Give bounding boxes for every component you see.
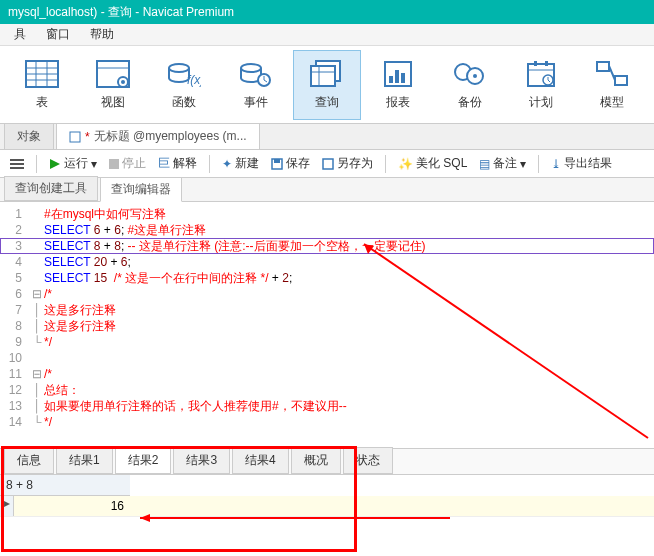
- svg-line-36: [609, 66, 615, 80]
- editor-subtabs: 查询创建工具 查询编辑器: [0, 178, 654, 202]
- result-grid[interactable]: 8 + 8 ▸ 16: [0, 475, 654, 517]
- ribbon-backup-label: 备份: [458, 94, 482, 111]
- rtab-result4[interactable]: 结果4: [232, 447, 289, 474]
- stop-button[interactable]: 停止: [105, 153, 150, 174]
- svg-rect-22: [395, 70, 399, 83]
- model-icon: [594, 58, 630, 90]
- view-icon: [95, 58, 131, 90]
- table-icon: [24, 58, 60, 90]
- rtab-result1[interactable]: 结果1: [56, 447, 113, 474]
- result-panel: 信息 结果1 结果2 结果3 结果4 概况 状态 8 + 8 ▸ 16: [0, 448, 654, 556]
- svg-rect-37: [70, 132, 80, 142]
- result-tabs: 信息 结果1 结果2 结果3 结果4 概况 状态: [0, 449, 654, 475]
- ribbon-event-label: 事件: [244, 94, 268, 111]
- query-icon: [309, 58, 345, 90]
- ribbon-query-label: 查询: [315, 94, 339, 111]
- ribbon-table[interactable]: 表: [8, 50, 75, 120]
- saveas-icon: [322, 158, 334, 170]
- ribbon-view[interactable]: 视图: [79, 50, 146, 120]
- svg-point-9: [121, 80, 125, 84]
- svg-rect-29: [534, 61, 537, 66]
- function-icon: f(x): [166, 58, 202, 90]
- svg-rect-30: [545, 61, 548, 66]
- svg-rect-23: [401, 73, 405, 83]
- rtab-status[interactable]: 状态: [343, 447, 393, 474]
- menu-tools[interactable]: 具: [4, 26, 36, 43]
- query-tab-icon: [69, 131, 81, 143]
- ribbon: 表 视图 f(x) 函数 事件 查询 报表 备份 计划 模型: [0, 46, 654, 124]
- ribbon-plan[interactable]: 计划: [507, 50, 574, 120]
- ribbon-report[interactable]: 报表: [365, 50, 432, 120]
- rtab-summary[interactable]: 概况: [291, 447, 341, 474]
- title-bar: mysql_localhost) - 查询 - Navicat Premium: [0, 0, 654, 24]
- svg-point-10: [169, 64, 189, 72]
- event-icon: [238, 58, 274, 90]
- menu-bar: 具 窗口 帮助: [0, 24, 654, 46]
- ribbon-event[interactable]: 事件: [222, 50, 289, 120]
- svg-rect-17: [311, 66, 335, 86]
- tab-query[interactable]: * 无标题 @myemployees (m...: [56, 123, 260, 149]
- explain-button[interactable]: 巨解释: [154, 153, 201, 174]
- ribbon-table-label: 表: [36, 94, 48, 111]
- code-editor[interactable]: 1#在mysql中如何写注释 2SELECT 6 + 6; #这是单行注释 3S…: [0, 202, 654, 430]
- svg-rect-21: [389, 76, 393, 83]
- grid-cell[interactable]: 16: [14, 496, 130, 516]
- play-icon: [49, 158, 61, 170]
- svg-rect-45: [323, 159, 333, 169]
- svg-marker-41: [50, 159, 60, 169]
- save-button[interactable]: 保存: [267, 153, 314, 174]
- ribbon-backup[interactable]: 备份: [436, 50, 503, 120]
- beautify-button[interactable]: ✨美化 SQL: [394, 153, 471, 174]
- export-button[interactable]: ⤓导出结果: [547, 153, 616, 174]
- menu-help[interactable]: 帮助: [80, 26, 124, 43]
- save-icon: [271, 158, 283, 170]
- ribbon-func-label: 函数: [172, 94, 196, 111]
- svg-point-26: [473, 74, 477, 78]
- ribbon-report-label: 报表: [386, 94, 410, 111]
- ribbon-func[interactable]: f(x) 函数: [151, 50, 218, 120]
- document-tabs: 对象 * 无标题 @myemployees (m...: [0, 124, 654, 150]
- grid-row[interactable]: ▸ 16: [0, 496, 654, 517]
- stop-icon: [109, 159, 119, 169]
- saveas-button[interactable]: 另存为: [318, 153, 377, 174]
- menu-window[interactable]: 窗口: [36, 26, 80, 43]
- subtab-editor[interactable]: 查询编辑器: [100, 177, 182, 202]
- tab-query-label: 无标题 @myemployees (m...: [94, 128, 247, 145]
- rtab-result2[interactable]: 结果2: [115, 447, 172, 474]
- ribbon-model-label: 模型: [600, 94, 624, 111]
- new-button[interactable]: ✦新建: [218, 153, 263, 174]
- svg-rect-35: [615, 76, 627, 85]
- plan-icon: [523, 58, 559, 90]
- menu-icon[interactable]: [6, 156, 28, 172]
- svg-point-12: [241, 64, 261, 72]
- rtab-info[interactable]: 信息: [4, 447, 54, 474]
- note-button[interactable]: ▤备注 ▾: [475, 153, 530, 174]
- backup-icon: [452, 58, 488, 90]
- report-icon: [380, 58, 416, 90]
- grid-header[interactable]: 8 + 8: [0, 475, 130, 496]
- ribbon-model[interactable]: 模型: [579, 50, 646, 120]
- svg-text:f(x): f(x): [187, 73, 201, 87]
- tab-objects[interactable]: 对象: [4, 123, 54, 149]
- ribbon-query[interactable]: 查询: [293, 50, 360, 120]
- subtab-builder[interactable]: 查询创建工具: [4, 176, 98, 201]
- ribbon-view-label: 视图: [101, 94, 125, 111]
- svg-rect-44: [274, 159, 280, 163]
- toolbar: 运行 ▾ 停止 巨解释 ✦新建 保存 另存为 ✨美化 SQL ▤备注 ▾ ⤓导出…: [0, 150, 654, 178]
- rtab-result3[interactable]: 结果3: [173, 447, 230, 474]
- svg-rect-42: [109, 159, 119, 169]
- row-caret-icon: ▸: [0, 496, 14, 516]
- ribbon-plan-label: 计划: [529, 94, 553, 111]
- svg-rect-34: [597, 62, 609, 71]
- run-button[interactable]: 运行 ▾: [45, 153, 101, 174]
